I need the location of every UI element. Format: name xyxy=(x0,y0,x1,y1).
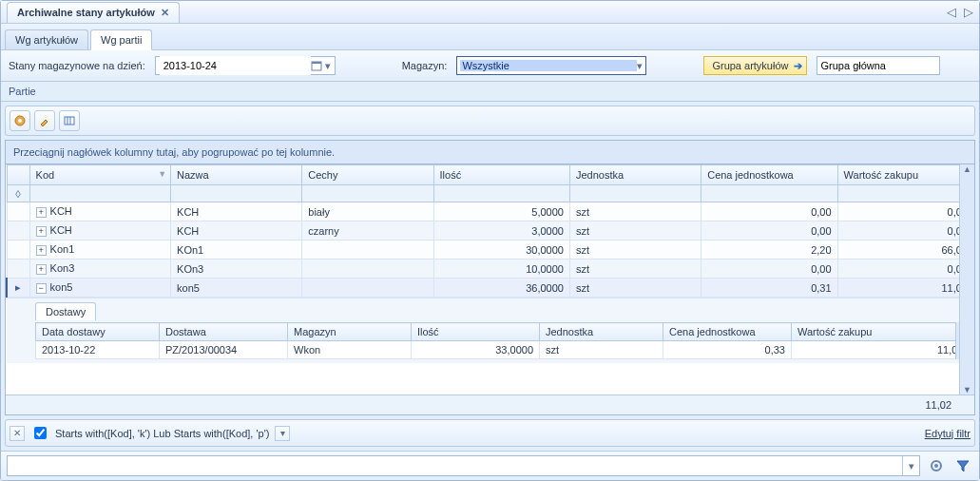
tab-dostawy[interactable]: Dostawy xyxy=(35,302,96,320)
window-title: Archiwalne stany artykułów xyxy=(17,7,155,18)
date-input[interactable] xyxy=(160,56,311,75)
filter-expression: Starts with([Kod], 'k') Lub Starts with(… xyxy=(55,428,269,439)
expand-icon[interactable]: + xyxy=(36,226,47,237)
detail-band: Dostawy Data dostawy Dostawa Magazyn xyxy=(7,298,974,363)
chevron-down-icon[interactable]: ▾ xyxy=(325,60,331,72)
clear-filter-button[interactable]: ✕ xyxy=(10,426,25,441)
wrench-icon[interactable] xyxy=(34,110,55,131)
filter-bar: ✕ Starts with([Kod], 'k') Lub Starts wit… xyxy=(5,419,975,447)
dcol-ilosc[interactable]: Ilość xyxy=(412,323,540,341)
grupa-artykulow-button[interactable]: Grupa artykułów ➔ xyxy=(703,56,806,75)
col-kod[interactable]: Kod▼ xyxy=(29,165,171,185)
date-field[interactable]: ▾ xyxy=(155,56,336,75)
grupa-field[interactable] xyxy=(817,56,940,75)
grid-scrollbar[interactable]: ▲▼ xyxy=(959,164,974,394)
tab-wg-artykulow[interactable]: Wg artykułów xyxy=(5,29,88,49)
arrow-right-icon: ➔ xyxy=(794,60,802,72)
table-row[interactable]: ▸ −kon5 kon5 36,0000 szt 0,31 11,02 xyxy=(7,279,974,298)
table-row[interactable]: +KCH KCH czarny 3,0000 szt 0,00 0,00 xyxy=(7,221,974,240)
col-cena[interactable]: Cena jednostkowa xyxy=(701,165,837,185)
row-indicator-header xyxy=(7,165,29,185)
col-jednostka[interactable]: Jednostka xyxy=(569,165,701,185)
expand-icon[interactable]: + xyxy=(36,264,47,275)
col-ilosc[interactable]: Ilość xyxy=(433,165,569,185)
magazyn-value: Wszystkie xyxy=(460,60,637,71)
table-row[interactable]: +Kon1 KOn1 30,0000 szt 2,20 66,00 xyxy=(7,240,974,260)
chevron-down-icon[interactable]: ▾ xyxy=(637,60,643,72)
columns-icon[interactable] xyxy=(59,110,80,131)
search-field[interactable]: ▾ xyxy=(7,455,920,476)
filter-history-dropdown[interactable]: ▾ xyxy=(275,426,290,441)
autofilter-row[interactable]: ◊ xyxy=(7,185,974,202)
edit-filter-link[interactable]: Edytuj filtr xyxy=(925,428,970,439)
detail-row[interactable]: 2013-10-22 PZ/2013/00034 Wkon 33,0000 sz… xyxy=(36,341,970,359)
filter-icon[interactable]: ▼ xyxy=(158,169,166,179)
detail-grid: Data dostawy Dostawa Magazyn Ilość Jedno… xyxy=(35,322,970,359)
row-pointer-icon: ▸ xyxy=(13,281,23,294)
dcol-jednostka[interactable]: Jednostka xyxy=(540,323,663,341)
funnel-icon[interactable] xyxy=(952,455,973,476)
gear-icon[interactable] xyxy=(926,455,947,476)
window-tab[interactable]: Archiwalne stany artykułów ✕ xyxy=(7,2,180,23)
tab-wg-partii[interactable]: Wg partii xyxy=(90,29,152,50)
gear-icon[interactable] xyxy=(10,110,30,131)
col-nazwa[interactable]: Nazwa xyxy=(171,165,302,185)
close-icon[interactable]: ✕ xyxy=(161,7,169,19)
expand-icon[interactable]: + xyxy=(36,245,47,256)
search-input[interactable] xyxy=(8,456,902,475)
dcol-magazyn[interactable]: Magazyn xyxy=(288,323,412,341)
nav-next-icon[interactable]: ▷ xyxy=(964,5,973,19)
table-row[interactable]: +Kon3 KOn3 10,0000 szt 0,00 0,00 xyxy=(7,260,974,279)
chevron-down-icon[interactable]: ▾ xyxy=(902,456,919,475)
magazyn-label: Magazyn: xyxy=(402,60,448,71)
totals-row: 11,02 xyxy=(6,394,974,414)
total-wartosc: 11,02 xyxy=(925,399,951,411)
panel-title: Partie xyxy=(1,82,979,102)
magazyn-select[interactable]: Wszystkie ▾ xyxy=(456,56,646,75)
main-grid: Kod▼ Nazwa Cechy Ilość Jednostka Cena je… xyxy=(6,164,974,363)
table-row[interactable]: +KCH KCH biały 5,0000 szt 0,00 0,00 xyxy=(7,202,974,221)
filter-enabled-checkbox[interactable] xyxy=(30,424,49,442)
dcol-data[interactable]: Data dostawy xyxy=(36,323,160,341)
svg-rect-4 xyxy=(65,117,74,125)
expand-icon[interactable]: + xyxy=(36,207,47,218)
dcol-cena[interactable]: Cena jednostkowa xyxy=(663,323,792,341)
calendar-icon[interactable] xyxy=(311,60,322,71)
autofilter-icon: ◊ xyxy=(7,185,29,202)
svg-rect-1 xyxy=(312,62,321,64)
col-cechy[interactable]: Cechy xyxy=(302,165,433,185)
svg-point-3 xyxy=(18,119,22,123)
dcol-wartosc[interactable]: Wartość zakupu xyxy=(792,323,970,341)
col-wartosc[interactable]: Wartość zakupu xyxy=(837,165,973,185)
date-label: Stany magazynowe na dzień: xyxy=(9,60,145,71)
group-by-hint[interactable]: Przeciągnij nagłówek kolumny tutaj, aby … xyxy=(6,141,974,164)
svg-point-8 xyxy=(934,464,938,468)
dcol-dostawa[interactable]: Dostawa xyxy=(160,323,288,341)
collapse-icon[interactable]: − xyxy=(36,283,47,294)
nav-prev-icon[interactable]: ◁ xyxy=(947,5,956,19)
